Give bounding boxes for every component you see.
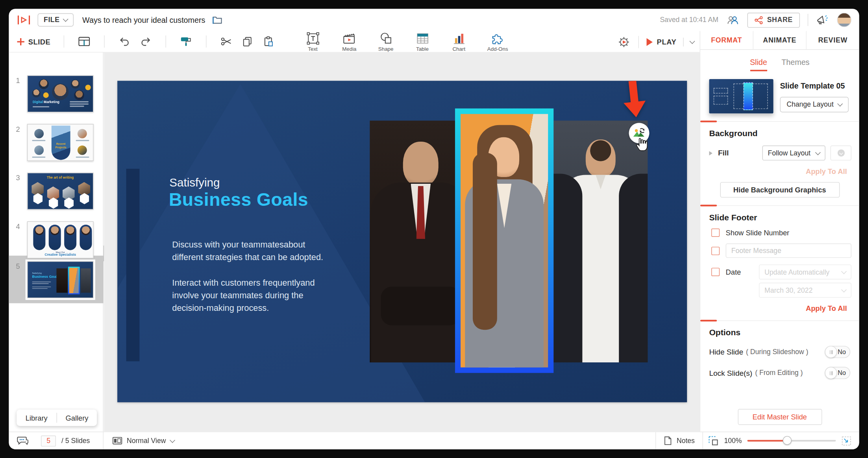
insert-shape-label: Shape [378, 46, 394, 52]
notes-label: Notes [677, 437, 695, 445]
footer-apply-to-all[interactable]: Apply To All [700, 304, 847, 312]
change-layout-button[interactable]: Change Layout [780, 97, 848, 112]
fill-color-swatch[interactable] [830, 146, 851, 161]
insert-text-button[interactable]: Text [301, 31, 325, 53]
edit-master-slide-button[interactable]: Edit Master Slide [738, 409, 822, 425]
add-slide-button[interactable]: SLIDE [17, 37, 50, 46]
layout-icon[interactable] [78, 35, 91, 48]
undo-icon[interactable] [118, 35, 131, 48]
slide-paragraph-1[interactable]: Discuss with your teammatesabout differe… [172, 238, 323, 264]
announcement-icon[interactable] [816, 15, 829, 26]
panel-subtabs: Slide Themes [700, 57, 859, 71]
play-button[interactable]: PLAY [646, 38, 677, 46]
play-options-chevron-icon[interactable] [690, 38, 695, 44]
file-menu-button[interactable]: FILE [38, 13, 74, 27]
zoom-slider[interactable] [747, 440, 836, 441]
paste-icon[interactable] [262, 35, 276, 48]
change-layout-label: Change Layout [787, 101, 833, 109]
library-button[interactable]: Library [17, 414, 56, 422]
insert-shape-button[interactable]: Shape [374, 31, 398, 53]
share-button[interactable]: SHARE [747, 13, 800, 28]
thumb-framed-photo [68, 267, 80, 294]
insert-table-button[interactable]: Table [410, 31, 435, 53]
show-slide-number-row: Show Slide Number [711, 229, 851, 237]
slide-1-row: 1 Digital Marketing [9, 75, 103, 112]
toolbar-divider [638, 36, 639, 48]
fill-select[interactable]: Follow Layout [762, 146, 825, 161]
canvas-size-icon[interactable] [709, 436, 718, 445]
slide-thumbnail-4[interactable]: Meet Our Creative Specialists [27, 222, 94, 259]
photo-woman-selected-frame[interactable] [455, 109, 553, 373]
copy-icon[interactable] [241, 35, 254, 48]
photo-man-white-shirt[interactable] [553, 121, 648, 363]
user-avatar[interactable] [837, 13, 851, 27]
thumb-caption-bar [70, 106, 84, 107]
fill-expander-icon[interactable] [709, 151, 712, 155]
thumb-person-pill [64, 225, 76, 250]
lock-slide-note: ( From Editing ) [755, 369, 803, 377]
folder-icon[interactable] [212, 15, 222, 24]
notes-button[interactable]: Notes [656, 432, 703, 449]
insert-chart-button[interactable]: Chart [447, 31, 471, 53]
show-slide-number-checkbox[interactable] [711, 229, 720, 237]
slideshow-settings-gear-icon[interactable] [617, 35, 630, 48]
hand-cursor-icon [635, 137, 649, 153]
current-slide[interactable]: Satisfying Business Goals Discuss with y… [117, 81, 687, 402]
hide-slide-label: Hide Slide [709, 348, 743, 356]
thumb-photo-strip [81, 268, 91, 293]
background-apply-to-all[interactable]: Apply To All [700, 167, 847, 175]
date-value-select[interactable]: March 30, 2022 [759, 283, 851, 298]
date-mode-select[interactable]: Update Automatically [759, 264, 851, 279]
subtab-slide[interactable]: Slide [750, 57, 767, 71]
slide-number: 4 [9, 222, 27, 231]
insert-table-label: Table [416, 46, 429, 52]
tab-review[interactable]: REVIEW [807, 31, 859, 49]
cut-icon[interactable] [220, 35, 233, 48]
view-mode-selector[interactable]: Normal View [104, 432, 183, 449]
table-icon [415, 31, 429, 45]
collaborators-icon[interactable] [726, 15, 740, 25]
chevron-down-icon [841, 268, 847, 274]
hide-background-graphics-button[interactable]: Hide Background Graphics [720, 182, 840, 198]
insert-addons-button[interactable]: Add-Ons [483, 31, 512, 53]
thumb-photo-strip [56, 268, 67, 293]
footer-message-checkbox[interactable] [711, 246, 720, 255]
thumb-caption-bar [32, 140, 46, 141]
add-slide-label: SLIDE [28, 37, 51, 46]
share-label: SHARE [767, 16, 793, 24]
document-title[interactable]: Ways to reach your ideal customers [82, 15, 205, 24]
date-checkbox[interactable] [711, 268, 720, 276]
subtab-themes[interactable]: Themes [781, 57, 809, 71]
slide-template-preview[interactable] [709, 79, 773, 113]
slide-paragraph-2[interactable]: Interact with customers frequentlyand in… [172, 276, 315, 314]
tab-animate[interactable]: ANIMATE [753, 31, 807, 49]
tab-format[interactable]: FORMAT [700, 31, 753, 49]
toolbar-divider [104, 35, 105, 48]
zoom-slider-knob[interactable] [783, 436, 792, 445]
slide-thumbnail-2[interactable]: Recent Projects [27, 124, 94, 161]
current-slide-number-box[interactable]: 5 [41, 435, 56, 446]
thumb-caption-bar [32, 157, 46, 157]
slide-thumbnail-3[interactable]: The art of writing [27, 173, 94, 210]
editor-canvas: Satisfying Business Goals Discuss with y… [104, 53, 700, 432]
footer-message-input[interactable] [726, 244, 851, 258]
slide-thumbnail-1[interactable]: Digital Marketing [27, 75, 94, 112]
gallery-button[interactable]: Gallery [57, 414, 97, 422]
addons-puzzle-icon [490, 31, 505, 45]
slide-thumbnail-5[interactable]: Satisfying Business Goals [27, 261, 94, 298]
insert-media-button[interactable]: Media [337, 31, 361, 53]
format-painter-icon[interactable] [180, 35, 193, 48]
fit-to-window-icon[interactable] [842, 436, 851, 445]
chevron-down-icon [63, 17, 68, 22]
top-header: FILE Ways to reach your ideal customers … [9, 9, 859, 31]
status-bar: 5 / 5 Slides Normal View Notes [9, 432, 859, 449]
slide-2-row: 2 Recent Projects [9, 124, 103, 161]
hide-slide-toggle[interactable]: No [825, 346, 850, 358]
lock-slide-toggle[interactable]: No [825, 367, 850, 379]
comments-icon[interactable] [17, 436, 29, 446]
toolbar-divider [166, 35, 166, 48]
redo-icon[interactable] [139, 35, 152, 48]
slide-eyebrow-text[interactable]: Satisfying [169, 176, 220, 189]
format-panel: FORMAT ANIMATE REVIEW Slide Themes Slide… [700, 31, 859, 432]
slide-title-text[interactable]: Business Goals [169, 189, 308, 210]
